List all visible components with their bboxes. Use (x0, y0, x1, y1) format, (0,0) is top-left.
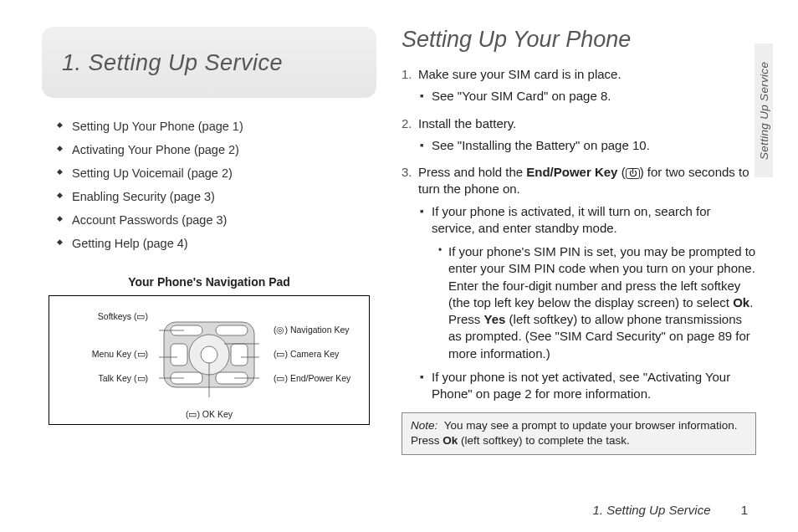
page-number: 1 (741, 503, 748, 517)
step-subitem: See "Your SIM Card" on page 8. (420, 88, 756, 105)
step-1: Make sure your SIM card is in place. See… (402, 66, 756, 105)
step-text-a: Press and hold the (418, 165, 526, 179)
toc-item: Setting Up Voicemail (page 2) (57, 166, 376, 180)
step-subitem: If your phone is activated, it will turn… (420, 203, 756, 362)
note-box: Note: You may see a prompt to update you… (402, 412, 756, 454)
toc-list: Setting Up Your Phone (page 1) Activatin… (42, 120, 376, 250)
toc-item: Activating Your Phone (page 2) (57, 143, 376, 156)
toc-item: Setting Up Your Phone (page 1) (57, 120, 376, 133)
toc-item: Account Passwords (page 3) (57, 213, 376, 227)
note-text-b: (left softkey) to complete the task. (458, 434, 630, 447)
left-column: 1. Setting Up Service Setting Up Your Ph… (42, 27, 376, 455)
label-navigation-key: (◎) Navigation Key (274, 325, 350, 335)
sub-text: If your phone is activated, it will turn… (432, 204, 711, 235)
step-2: Install the battery. See "Installing the… (402, 115, 756, 155)
page-footer: 1. Setting Up Service 1 (593, 503, 748, 517)
step-text: Make sure your SIM card is in place. (418, 67, 622, 81)
svg-rect-2 (216, 325, 248, 335)
section-title: Setting Up Your Phone (402, 27, 756, 53)
ok-label: Ok (733, 295, 749, 309)
yes-label: Yes (484, 312, 506, 326)
note-label: Note: (411, 419, 437, 432)
right-column: Setting Up Your Phone Make sure your SIM… (402, 27, 756, 455)
step-text-b: ( (617, 165, 625, 179)
label-talk-key: Talk Key (▭) (56, 373, 148, 383)
svg-point-4 (201, 346, 217, 363)
label-menu-key: Menu Key (▭) (56, 349, 148, 359)
step-3: Press and hold the End/Power Key (⏻) for… (402, 164, 756, 402)
step-sub2-item: If your phone's SIM PIN is set, you may … (438, 243, 756, 362)
label-ok-key: (▭) OK Key (186, 409, 233, 419)
label-softkeys: Softkeys (▭) (56, 311, 148, 321)
sub2-text-a: If your phone's SIM PIN is set, you may … (448, 244, 755, 309)
footer-section: 1. Setting Up Service (593, 503, 711, 517)
navigation-pad-icon (159, 317, 259, 401)
end-power-key-label: End/Power Key (526, 165, 617, 179)
label-end-power-key: (▭) End/Power Key (274, 373, 350, 383)
svg-rect-6 (231, 344, 248, 366)
note-ok: Ok (442, 434, 458, 447)
step-subitem: If your phone is not yet activated, see … (420, 369, 756, 403)
step-list: Make sure your SIM card is in place. See… (402, 66, 756, 402)
label-camera-key: (▭) Camera Key (274, 349, 339, 359)
chapter-title: 1. Setting Up Service (62, 50, 356, 76)
toc-item: Enabling Security (page 3) (57, 190, 376, 203)
toc-item: Getting Help (page 4) (57, 237, 376, 250)
step-text: Install the battery. (418, 116, 516, 130)
page-container: 1. Setting Up Service Setting Up Your Ph… (0, 0, 798, 472)
step-subitem: See "Installing the Battery" on page 10. (420, 137, 756, 154)
chapter-banner: 1. Setting Up Service (42, 27, 376, 98)
end-power-key-icon: ⏻ (626, 168, 640, 179)
diagram-title: Your Phone's Navigation Pad (42, 275, 376, 289)
side-tab: Setting Up Service (755, 43, 773, 177)
navigation-pad-diagram: Softkeys (▭) Menu Key (▭) Talk Key (▭) (… (49, 295, 370, 425)
svg-rect-5 (171, 344, 187, 366)
